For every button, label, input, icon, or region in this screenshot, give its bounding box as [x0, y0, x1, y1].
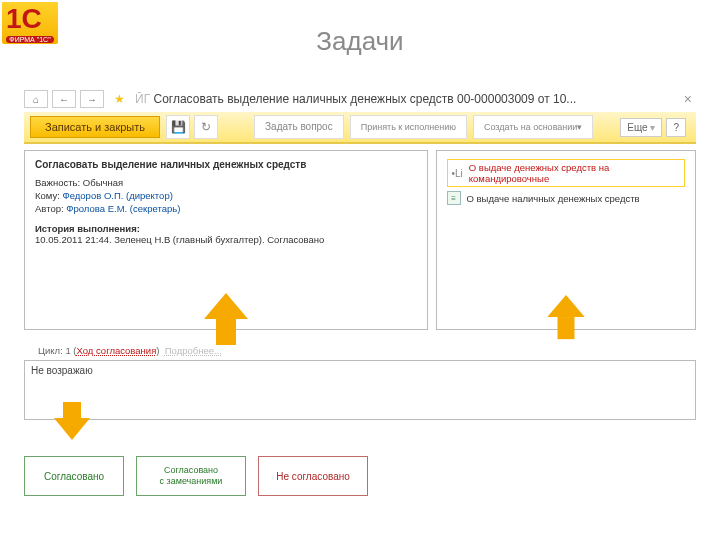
save-and-close-button[interactable]: Записать и закрыть — [30, 116, 160, 138]
task-heading: Согласовать выделение наличных денежных … — [35, 159, 417, 170]
decision-buttons: Согласовано Согласовано с замечаниями Не… — [24, 456, 696, 496]
breadcrumb-title: Согласовать выделение наличных денежных … — [153, 92, 576, 106]
breadcrumb: ЙГ Согласовать выделение наличных денежн… — [135, 92, 676, 106]
logo-1c: 1С ФИРМА "1С" — [2, 2, 58, 44]
save-icon[interactable]: 💾 — [166, 115, 190, 139]
logo-sub: ФИРМА "1С" — [6, 36, 54, 43]
more-button[interactable]: Еще ▾ — [620, 118, 662, 137]
author-row: Автор: Фролова Е.М. (секретарь) — [35, 202, 417, 215]
cycle-info: Цикл: 1 (Ход согласования) Подробнее... — [38, 345, 222, 356]
author-link[interactable]: Фролова Е.М. (секретарь) — [66, 203, 180, 214]
ribbon: Записать и закрыть 💾 ↻ Задать вопрос При… — [24, 112, 696, 144]
browser-bar: ⌂ ← → ★ ЙГ Согласовать выделение наличны… — [24, 88, 696, 110]
comment-value: Не возражаю — [31, 365, 93, 376]
task-panel: Согласовать выделение наличных денежных … — [24, 150, 428, 330]
document-icon: ≡ — [447, 191, 461, 205]
arrow-down — [54, 418, 90, 440]
arrow-up-right — [547, 295, 584, 317]
main-panels: Согласовать выделение наличных денежных … — [24, 150, 696, 330]
back-button[interactable]: ← — [52, 90, 76, 108]
close-tab-button[interactable]: × — [680, 91, 696, 107]
ask-question-button[interactable]: Задать вопрос — [254, 115, 344, 139]
attachment-row[interactable]: •Li О выдаче денежных средств на команди… — [447, 159, 685, 187]
forward-button[interactable]: → — [80, 90, 104, 108]
help-button[interactable]: ? — [666, 118, 686, 137]
to-row: Кому: Федоров О.П. (директор) — [35, 189, 417, 202]
to-link[interactable]: Федоров О.П. (директор) — [63, 190, 173, 201]
favorite-icon[interactable]: ★ — [114, 92, 125, 106]
cycle-progress-link[interactable]: Ход согласования — [77, 345, 157, 356]
attachment-text: О выдаче денежных средств на командирово… — [469, 162, 680, 184]
home-button[interactable]: ⌂ — [24, 90, 48, 108]
history-label: История выполнения: — [35, 223, 417, 234]
accept-button[interactable]: Принять к исполнению — [350, 115, 467, 139]
refresh-icon[interactable]: ↻ — [194, 115, 218, 139]
arrow-up-left — [204, 293, 248, 319]
history-line: 10.05.2011 21:44. Зеленец Н.В (главный б… — [35, 234, 417, 245]
cycle-more-link[interactable]: Подробнее... — [165, 345, 222, 356]
attachment-row[interactable]: ≡ О выдаче наличных денежных средств — [447, 191, 685, 205]
approved-with-remarks-button[interactable]: Согласовано с замечаниями — [136, 456, 246, 496]
create-on-basis-label: Создать на основании — [484, 122, 577, 132]
bullet-icon: •Li — [452, 168, 463, 179]
approved-button[interactable]: Согласовано — [24, 456, 124, 496]
breadcrumb-prefix: ЙГ — [135, 92, 150, 106]
not-approved-button[interactable]: Не согласовано — [258, 456, 368, 496]
importance-row: Важность: Обычная — [35, 176, 417, 189]
attachment-text: О выдаче наличных денежных средств — [467, 193, 640, 204]
attachments-panel: •Li О выдаче денежных средств на команди… — [436, 150, 696, 330]
comment-textarea[interactable]: Не возражаю — [24, 360, 696, 420]
create-on-basis-button[interactable]: Создать на основании ▾ — [473, 115, 593, 139]
page-title: Задачи — [0, 26, 720, 57]
logo-main: 1С — [6, 2, 42, 36]
